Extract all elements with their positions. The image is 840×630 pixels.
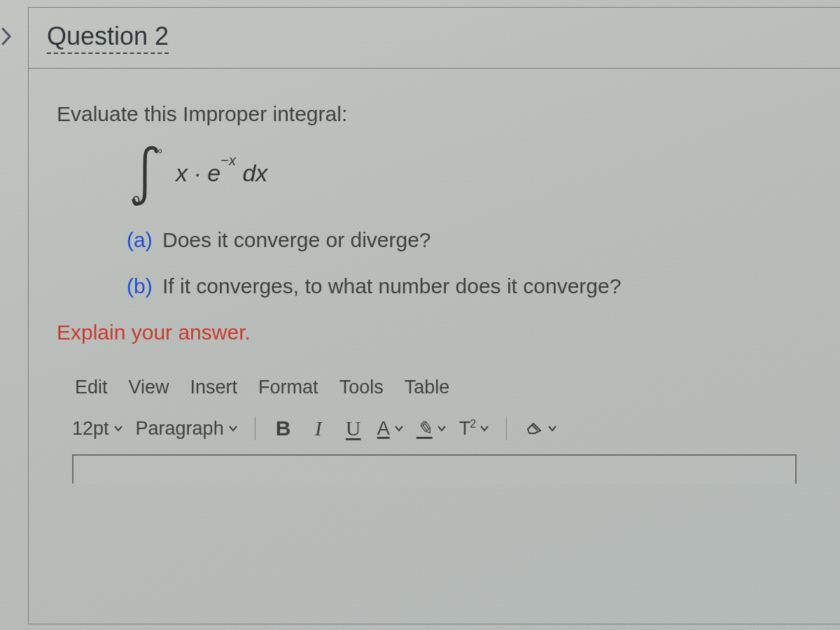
question-header: Question 2 <box>29 8 840 69</box>
chevron-down-icon <box>394 425 404 432</box>
highlight-color-button[interactable]: ✎ <box>416 417 447 440</box>
integral-lower-bound: 0 <box>132 193 140 207</box>
question-part-a: (a) Does it converge or diverge? <box>127 228 812 252</box>
underline-button[interactable]: U <box>342 416 365 440</box>
toolbar-divider <box>506 416 507 440</box>
clear-formatting-button[interactable] <box>524 418 557 440</box>
block-style-value: Paragraph <box>136 418 224 440</box>
menu-edit[interactable]: Edit <box>75 377 108 398</box>
text-color-button[interactable]: A <box>377 418 404 440</box>
chevron-down-icon <box>479 425 489 432</box>
menu-table[interactable]: Table <box>405 377 450 398</box>
question-part-b: (b) If it converges, to what number does… <box>127 274 812 298</box>
chevron-right-icon <box>0 26 13 47</box>
menu-insert[interactable]: Insert <box>190 377 238 398</box>
superscript-button[interactable]: T2 <box>459 418 489 440</box>
quiz-screen: Question 2 Evaluate this Improper integr… <box>0 0 840 630</box>
prev-question-chevron[interactable] <box>0 22 17 50</box>
menu-format[interactable]: Format <box>258 377 318 398</box>
integral-expression: ∞ 0 x · e−x dx <box>127 144 812 207</box>
chevron-down-icon <box>113 425 123 432</box>
block-style-dropdown[interactable]: Paragraph <box>136 418 238 440</box>
chevron-down-icon <box>437 425 447 432</box>
question-prompt: Evaluate this Improper integral: <box>57 102 812 126</box>
explain-note: Explain your answer. <box>57 321 812 344</box>
chevron-down-icon <box>228 425 238 432</box>
text-color-icon: A <box>377 418 390 440</box>
answer-textarea[interactable] <box>72 454 797 484</box>
question-title: Question 2 <box>47 22 169 54</box>
superscript-icon: T2 <box>459 418 475 440</box>
integral-upper-bound: ∞ <box>155 144 162 156</box>
part-text: Does it converge or diverge? <box>162 228 431 251</box>
part-letter: (a) <box>127 228 153 251</box>
chevron-down-icon <box>547 425 557 432</box>
font-size-dropdown[interactable]: 12pt <box>72 418 123 440</box>
editor-toolbar: 12pt Paragraph B I U <box>72 411 797 454</box>
question-parts: (a) Does it converge or diverge? (b) If … <box>127 228 812 298</box>
integral-integrand: x · e−x dx <box>176 160 267 187</box>
clear-formatting-icon <box>524 418 543 440</box>
menu-view[interactable]: View <box>129 377 169 398</box>
editor-menubar: Edit View Insert Format Tools Table <box>72 371 797 411</box>
question-container: Question 2 Evaluate this Improper integr… <box>28 7 840 624</box>
toolbar-divider <box>255 416 255 440</box>
highlight-icon: ✎ <box>416 417 433 440</box>
question-body: Evaluate this Improper integral: ∞ 0 x ·… <box>29 69 840 498</box>
rich-text-editor: Edit View Insert Format Tools Table 12pt <box>72 371 797 484</box>
font-size-value: 12pt <box>72 418 109 440</box>
menu-tools[interactable]: Tools <box>340 377 384 398</box>
part-text: If it converges, to what number does it … <box>162 274 621 298</box>
part-letter: (b) <box>127 274 153 298</box>
italic-button[interactable]: I <box>307 416 330 440</box>
integral-sign-icon: ∞ 0 <box>127 144 169 207</box>
bold-button[interactable]: B <box>272 416 295 440</box>
